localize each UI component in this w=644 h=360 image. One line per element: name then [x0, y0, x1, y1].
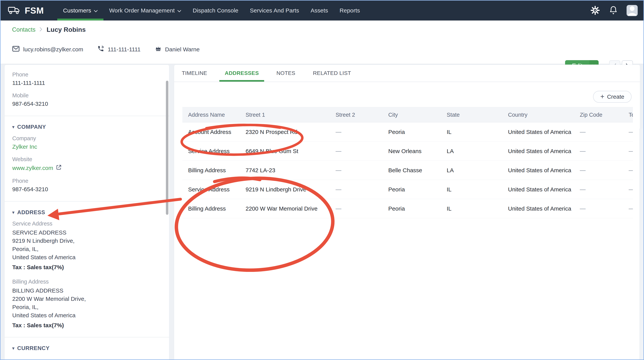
cell-city: New Orleans	[382, 148, 441, 154]
nav-item-reports[interactable]: Reports	[334, 0, 366, 20]
crown-icon	[155, 45, 162, 54]
cell-street-1: 7742 LA-23	[240, 167, 330, 174]
cell-street-2: —	[330, 129, 382, 135]
nav-item-services-and-parts[interactable]: Services And Parts	[244, 0, 305, 20]
nav-item-customers[interactable]: Customers	[57, 0, 104, 20]
settings-button[interactable]	[590, 5, 600, 16]
cell-street-2: —	[330, 167, 382, 174]
cell-street-2: —	[330, 148, 382, 154]
contact-phone[interactable]: 111-111-1111	[97, 45, 140, 54]
contact-email[interactable]: lucy.robins@zylker.com	[12, 46, 83, 53]
tab-timeline[interactable]: TIMELINE	[176, 65, 212, 82]
cell-street-1: 2200 W War Memorial Drive	[240, 206, 330, 212]
address-label: Service Address	[12, 220, 161, 227]
nav-item-work-order-management[interactable]: Work Order Management	[104, 0, 187, 20]
nav-item-assets[interactable]: Assets	[305, 0, 334, 20]
website-link[interactable]: www.zylker.com	[12, 164, 62, 172]
tab-addresses[interactable]: ADDRESSES	[219, 65, 264, 82]
column-header-address-name: Address Name	[182, 112, 240, 118]
person-icon	[626, 5, 638, 16]
nav-item-label: Reports	[340, 7, 360, 14]
section-header-company[interactable]: ▾ COMPANY	[12, 124, 161, 130]
breadcrumb: Contacts Lucy Robins	[12, 26, 644, 33]
tab-related-list[interactable]: RELATED LIST	[308, 65, 356, 82]
section-header-currency[interactable]: ▾ CURRENCY	[12, 345, 161, 352]
nav-item-label: Services And Parts	[250, 7, 299, 14]
sidebar-scrollbar[interactable]	[166, 81, 168, 215]
field-label: Company	[12, 135, 161, 142]
cell-address-name: Service Address	[182, 186, 240, 193]
cell-zip-code: —	[574, 148, 623, 154]
address-line: 9219 N Lindbergh Drive,	[12, 236, 161, 245]
cell-zip-code: —	[574, 167, 623, 174]
record-header: Contacts Lucy Robins lucy.robins@zylker.…	[0, 20, 644, 64]
plus-icon: +	[600, 93, 604, 100]
tab-label: ADDRESSES	[225, 70, 259, 76]
section-divider	[4, 201, 169, 202]
field-company: Company Zylker Inc	[12, 135, 161, 150]
cell-state: IL	[441, 129, 502, 135]
nav-item-label: Assets	[310, 7, 328, 14]
contact-owner-text: Daniel Warne	[165, 46, 200, 53]
service-address-block: Service Address SERVICE ADDRESS 9219 N L…	[12, 220, 161, 270]
brand-name: FSM	[25, 5, 44, 16]
table-row[interactable]: Service Address 6649 N Blue Gum St — New…	[182, 142, 633, 161]
field-value: 111-111-1111	[12, 80, 161, 86]
cell-city: Peoria	[382, 129, 441, 135]
user-avatar[interactable]	[626, 5, 638, 16]
record-tabs-panel: TIMELINE ADDRESSES NOTES RELATED LIST + …	[174, 64, 640, 360]
section-divider	[4, 116, 169, 116]
app-window: FSM Customers Work Order Management Disp…	[0, 0, 644, 360]
field-value: 987-654-3210	[12, 100, 161, 107]
nav-right-actions	[590, 5, 638, 16]
cell-country: United States of America	[502, 186, 574, 193]
cell-state: LA	[441, 167, 502, 174]
chevron-down-icon	[94, 7, 98, 14]
contact-owner[interactable]: Daniel Warne	[155, 45, 200, 54]
column-header-city: City	[382, 112, 441, 118]
notifications-button[interactable]	[608, 5, 618, 16]
cell-state: IL	[441, 186, 502, 193]
section-header-address[interactable]: ▾ ADDRESS	[12, 209, 161, 216]
tax-line: Tax : Sales tax(7%)	[12, 322, 161, 328]
cell-country: United States of America	[502, 167, 574, 174]
collapse-triangle-icon: ▾	[12, 346, 14, 351]
address-line: United States of America	[12, 253, 161, 261]
table-row[interactable]: Billing Address 2200 W War Memorial Driv…	[182, 199, 633, 218]
create-button-label: Create	[607, 94, 624, 100]
cell-city: Belle Chasse	[382, 167, 441, 174]
addresses-table: Address Name Street 1 Street 2 City Stat…	[182, 107, 633, 218]
brand-logo[interactable]: FSM	[8, 5, 44, 16]
tab-label: TIMELINE	[182, 70, 207, 76]
nav-menu: Customers Work Order Management Dispatch…	[57, 0, 366, 20]
gear-icon	[590, 5, 600, 16]
cell-street-1: 2320 N Prospect Rd	[240, 129, 330, 135]
mail-icon	[12, 46, 20, 53]
company-link[interactable]: Zylker Inc	[12, 143, 37, 150]
breadcrumb-contacts-link[interactable]: Contacts	[12, 26, 36, 33]
cell-territory: —	[623, 186, 633, 193]
cell-street-1: 6649 N Blue Gum St	[240, 148, 330, 154]
cell-state: LA	[441, 148, 502, 154]
cell-country: United States of America	[502, 129, 574, 135]
page-scrollbar[interactable]	[640, 128, 644, 360]
nav-item-label: Work Order Management	[109, 7, 175, 14]
cell-street-1: 9219 N Lindbergh Drive	[240, 186, 330, 193]
table-row[interactable]: Billing Address 7742 LA-23 — Belle Chass…	[182, 161, 633, 180]
tab-notes[interactable]: NOTES	[271, 65, 300, 82]
contact-phone-text: 111-111-1111	[108, 46, 140, 53]
table-row[interactable]: Account Address 2320 N Prospect Rd — Peo…	[182, 122, 633, 142]
nav-item-dispatch-console[interactable]: Dispatch Console	[187, 0, 244, 20]
contact-summary: lucy.robins@zylker.com 111-111-1111	[12, 45, 644, 54]
contact-email-text: lucy.robins@zylker.com	[23, 46, 83, 53]
column-header-zip-code: Zip Code	[574, 112, 623, 118]
table-row[interactable]: Service Address 9219 N Lindbergh Drive —…	[182, 180, 633, 199]
column-header-street-2: Street 2	[330, 112, 382, 118]
section-title: CURRENCY	[17, 345, 50, 352]
tab-label: RELATED LIST	[313, 70, 351, 76]
table-header-row: Address Name Street 1 Street 2 City Stat…	[182, 107, 633, 122]
detail-sidebar: Phone 111-111-1111 Mobile 987-654-3210 ▾…	[4, 64, 169, 360]
create-address-button[interactable]: + Create	[593, 91, 632, 103]
cell-address-name: Billing Address	[182, 206, 240, 212]
website-link-text: www.zylker.com	[12, 164, 53, 172]
